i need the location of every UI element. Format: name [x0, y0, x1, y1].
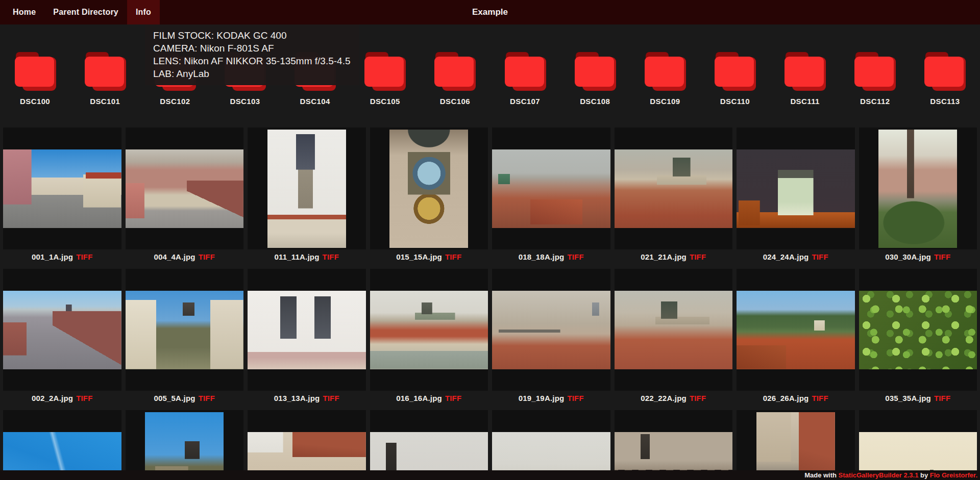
filename-label: 004_4A.jpg — [154, 252, 195, 261]
folder-icon — [14, 52, 56, 91]
thumbnail[interactable] — [615, 410, 733, 480]
folder-item[interactable]: DSC112 — [840, 52, 910, 106]
folder-icon — [854, 52, 896, 91]
thumbnail[interactable] — [126, 269, 244, 391]
gallery-item: 002_2A.jpgTIFF — [3, 269, 121, 405]
folder-item[interactable]: DSC111 — [770, 52, 840, 106]
filename-label: 018_18A.jpg — [519, 252, 565, 261]
format-badge: TIFF — [690, 394, 706, 402]
tooltip-line-lens: LENS: Nikon AF NIKKOR 35-135mm f/3.5-4.5 — [153, 55, 351, 67]
folder-label: DSC100 — [0, 97, 70, 106]
folder-icon — [574, 52, 616, 91]
caption: 026_26A.jpgTIFF — [737, 394, 855, 405]
format-badge: TIFF — [323, 394, 339, 402]
format-badge: TIFF — [934, 252, 950, 261]
format-badge: TIFF — [199, 252, 215, 261]
nav-item-info[interactable]: Info — [127, 0, 160, 24]
thumbnail[interactable] — [859, 410, 977, 480]
folder-icon — [364, 52, 406, 91]
thumbnail-image — [145, 412, 224, 480]
format-badge: TIFF — [690, 252, 706, 261]
thumbnail-image — [878, 130, 957, 248]
tooltip-line-lab: LAB: AnyLab — [153, 67, 351, 80]
caption: 016_16A.jpgTIFF — [370, 394, 488, 405]
thumbnail[interactable] — [615, 269, 733, 391]
thumbnail[interactable] — [126, 128, 244, 249]
thumbnail[interactable] — [859, 128, 977, 249]
folder-item[interactable]: DSC110 — [700, 52, 770, 106]
thumbnail[interactable] — [492, 410, 610, 480]
gallery-item: 021_21A.jpgTIFF — [615, 128, 733, 264]
thumbnail[interactable] — [370, 410, 488, 480]
thumbnail[interactable] — [248, 269, 366, 391]
folder-label: DSC103 — [210, 97, 280, 106]
folder-label: DSC102 — [140, 97, 210, 106]
gallery-item — [126, 410, 244, 480]
gallery-item — [370, 410, 488, 480]
tooltip-line-film-stock: FILM STOCK: KODAK GC 400 — [153, 29, 351, 42]
nav-item-parent-directory[interactable]: Parent Directory — [44, 0, 127, 24]
folder-label: DSC104 — [280, 97, 350, 106]
filename-label: 030_30A.jpg — [885, 252, 931, 261]
thumbnail[interactable] — [370, 269, 488, 391]
folder-label: DSC110 — [700, 97, 770, 106]
thumbnail[interactable] — [248, 128, 366, 249]
folder-item[interactable]: DSC105 — [350, 52, 420, 106]
thumbnail[interactable] — [737, 128, 855, 249]
folder-label: DSC111 — [770, 97, 840, 106]
thumbnail-image — [3, 149, 121, 228]
caption: 019_19A.jpgTIFF — [492, 394, 610, 405]
folder-item[interactable]: DSC107 — [490, 52, 560, 106]
footer-author-link[interactable]: Flo Greistorfer. — [930, 471, 977, 479]
thumbnail-image — [737, 149, 855, 228]
filename-label: 022_22A.jpg — [641, 394, 687, 402]
folder-item[interactable]: DSC108 — [560, 52, 630, 106]
thumbnail[interactable] — [737, 269, 855, 391]
gallery-item — [3, 410, 121, 480]
gallery-item — [615, 410, 733, 480]
folder-label: DSC109 — [630, 97, 700, 106]
thumbnail[interactable] — [737, 410, 855, 480]
caption: 015_15A.jpgTIFF — [370, 252, 488, 264]
format-badge: TIFF — [76, 394, 92, 402]
thumbnail[interactable] — [859, 269, 977, 391]
thumbnail[interactable] — [370, 128, 488, 249]
footer-bar: Made with StaticGalleryBuilder 2.3.1 by … — [0, 470, 980, 480]
filename-label: 035_35A.jpg — [885, 394, 931, 402]
thumbnail-image — [267, 130, 346, 248]
nav-item-home[interactable]: Home — [4, 0, 44, 24]
thumbnail-image — [389, 130, 468, 248]
folder-item[interactable]: DSC109 — [630, 52, 700, 106]
thumbnail[interactable] — [615, 128, 733, 249]
thumbnail[interactable] — [248, 410, 366, 480]
caption: 013_13A.jpgTIFF — [248, 394, 366, 405]
gallery-item: 018_18A.jpgTIFF — [492, 128, 610, 264]
thumbnail-image — [370, 291, 488, 369]
thumbnail[interactable] — [3, 410, 121, 480]
thumbnail[interactable] — [492, 269, 610, 391]
folder-icon — [84, 52, 126, 91]
info-tooltip: FILM STOCK: KODAK GC 400 CAMERA: Nikon F… — [145, 24, 359, 85]
folder-item[interactable]: DSC113 — [910, 52, 980, 106]
footer-builder-link[interactable]: StaticGalleryBuilder 2.3.1 — [839, 471, 919, 479]
thumbnail[interactable] — [492, 128, 610, 249]
thumbnail-image — [615, 149, 733, 228]
gallery-item — [492, 410, 610, 480]
thumbnail[interactable] — [3, 269, 121, 391]
folder-item[interactable]: DSC106 — [420, 52, 490, 106]
gallery-item: 004_4A.jpgTIFF — [126, 128, 244, 264]
thumbnail[interactable] — [126, 410, 244, 480]
gallery-item: 035_35A.jpgTIFF — [859, 269, 977, 405]
filename-label: 016_16A.jpg — [396, 394, 442, 402]
folder-item[interactable]: DSC100 — [0, 52, 70, 106]
folder-label: DSC113 — [910, 97, 980, 106]
caption: 005_5A.jpgTIFF — [126, 394, 244, 405]
gallery-item: 005_5A.jpgTIFF — [126, 269, 244, 405]
folder-item[interactable]: DSC101 — [70, 52, 140, 106]
folder-icon — [784, 52, 826, 91]
filename-label: 001_1A.jpg — [32, 252, 73, 261]
gallery-item: 013_13A.jpgTIFF — [248, 269, 366, 405]
thumbnail-image — [126, 149, 244, 228]
thumbnail-image — [3, 291, 121, 369]
thumbnail[interactable] — [3, 128, 121, 249]
